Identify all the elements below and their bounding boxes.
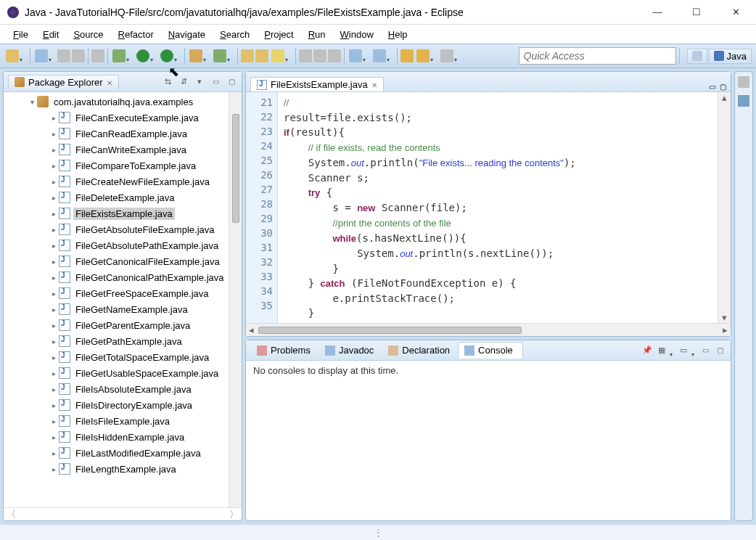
menu-edit[interactable]: Edit: [37, 27, 65, 42]
close-icon[interactable]: [107, 77, 112, 88]
fwd-nav-icon[interactable]: [416, 49, 430, 62]
main-toolbar: Java: [0, 44, 756, 68]
minimize-button[interactable]: ―: [644, 7, 670, 17]
run-icon[interactable]: [136, 49, 149, 62]
perspective-icon: [692, 51, 702, 61]
horizontal-scrollbar[interactable]: 〈〉: [4, 507, 242, 520]
close-icon[interactable]: [371, 79, 377, 90]
tree-file-item[interactable]: ▸FileGetUsableSpaceExample.java: [5, 365, 227, 381]
show-whitespace-icon[interactable]: [328, 49, 341, 62]
tree-file-item[interactable]: ▸FileLengthExample.java: [5, 461, 227, 477]
restore-view-icon[interactable]: [738, 76, 749, 88]
new-package-icon[interactable]: [189, 49, 202, 62]
maximize-bottom-icon[interactable]: [713, 344, 726, 357]
debug-icon[interactable]: [112, 49, 126, 62]
java-perspective-button[interactable]: Java: [709, 49, 752, 64]
tree-file-item[interactable]: ▸FileIsDirectoryExample.java: [5, 397, 227, 413]
menu-source[interactable]: Source: [67, 27, 109, 42]
tree-file-item[interactable]: ▸FileCanExecuteExample.java: [5, 110, 227, 126]
status-bar: ⋮: [0, 524, 756, 540]
package-explorer-view: Package Explorer ⇆ ⇵ ▾ ▾com.javatutorial…: [3, 71, 242, 521]
editor-tab[interactable]: FileExistsExample.java: [250, 77, 384, 91]
tree-file-item[interactable]: ▸FileIsFileExample.java: [5, 413, 227, 429]
vertical-scrollbar[interactable]: [229, 92, 242, 507]
save-all-icon[interactable]: [57, 49, 70, 62]
pin-console-icon[interactable]: 📌: [641, 344, 654, 357]
tab-problems[interactable]: Problems: [250, 342, 317, 359]
tree-file-item[interactable]: ▸FileGetParentExample.java: [5, 317, 227, 333]
tab-javadoc[interactable]: Javadoc: [319, 342, 380, 359]
tree-file-item[interactable]: ▸FileIsHiddenExample.java: [5, 429, 227, 445]
minimize-bottom-icon[interactable]: [699, 344, 712, 357]
outline-view-icon[interactable]: [738, 95, 749, 107]
package-explorer-title: Package Explorer: [28, 77, 103, 88]
maximize-editor-icon[interactable]: [720, 81, 726, 91]
search-icon[interactable]: [271, 49, 284, 62]
menu-file[interactable]: File: [7, 27, 34, 42]
code-editor[interactable]: // result=file.exists(); if(result){ // …: [278, 92, 718, 323]
tree-file-item[interactable]: ▸FileCanWriteExample.java: [5, 142, 227, 158]
tree-file-item[interactable]: ▸FileCreateNewFileExample.java: [5, 173, 227, 189]
package-explorer-tab[interactable]: Package Explorer: [8, 75, 119, 89]
tree-file-item[interactable]: ▸FileGetPathExample.java: [5, 333, 227, 349]
toggle-block-icon[interactable]: [313, 49, 326, 62]
tree-file-item[interactable]: ▸FileDeleteExample.java: [5, 189, 227, 205]
tree-file-item[interactable]: ▸FileGetAbsoluteFileExample.java: [5, 221, 227, 237]
tab-console[interactable]: Console: [458, 342, 523, 359]
new-class-icon[interactable]: [213, 49, 226, 62]
annotation-prev-icon[interactable]: [349, 49, 362, 62]
back-nav-icon[interactable]: [400, 49, 414, 62]
package-tree[interactable]: ▾com.javatutorialhq.java.examples▸FileCa…: [4, 92, 229, 507]
menu-refactor[interactable]: Refactor: [112, 27, 160, 42]
tree-file-item[interactable]: ▸FileLastModifiedExample.java: [5, 445, 227, 461]
eclipse-icon: [7, 7, 19, 18]
print-icon[interactable]: [72, 49, 85, 62]
menu-search[interactable]: Search: [214, 27, 255, 42]
maximize-button[interactable]: ☐: [683, 7, 710, 17]
tree-file-item[interactable]: ▸FileExistsExample.java: [5, 205, 227, 221]
open-perspective-button[interactable]: [687, 49, 707, 64]
build-icon[interactable]: [91, 49, 104, 62]
menu-help[interactable]: Help: [382, 27, 414, 42]
tree-file-item[interactable]: ▸FileGetCanonicalFileExample.java: [5, 253, 227, 269]
new-icon[interactable]: [6, 49, 19, 62]
menu-project[interactable]: Project: [258, 27, 299, 42]
menu-run[interactable]: Run: [303, 27, 332, 42]
open-type-icon[interactable]: [241, 49, 254, 62]
minimize-view-icon[interactable]: [210, 76, 221, 88]
save-icon[interactable]: [35, 49, 48, 62]
toggle-mark-icon[interactable]: [299, 49, 312, 62]
run-ext-icon[interactable]: [160, 49, 173, 62]
tree-file-item[interactable]: ▸FileGetAbsolutePathExample.java: [5, 237, 227, 253]
tree-file-item[interactable]: ▸FileGetFreeSpaceExample.java: [5, 285, 227, 301]
quick-access-input[interactable]: [519, 47, 676, 65]
close-button[interactable]: ✕: [723, 7, 749, 17]
editor-area: FileExistsExample.java 21222324252627282…: [245, 71, 731, 337]
collapse-all-icon[interactable]: ⇆: [162, 76, 173, 88]
tree-file-item[interactable]: ▸FileCanReadExample.java: [5, 126, 227, 142]
tree-package-root[interactable]: ▾com.javatutorialhq.java.examples: [5, 94, 227, 110]
view-menu-icon[interactable]: ▾: [194, 76, 205, 88]
dropdown-icon[interactable]: [20, 53, 25, 59]
menu-bar: FileEditSourceRefactorNavigateSearchProj…: [0, 25, 756, 44]
tree-file-item[interactable]: ▸FileGetTotalSpaceExample.java: [5, 349, 227, 365]
link-editor-icon[interactable]: ⇵: [178, 76, 189, 88]
tree-file-item[interactable]: ▸FileGetNameExample.java: [5, 301, 227, 317]
display-console-icon[interactable]: ▦: [655, 344, 668, 357]
minimized-views-bar: [734, 71, 753, 521]
menu-navigate[interactable]: Navigate: [163, 27, 211, 42]
tree-file-item[interactable]: ▸FileGetCanonicalPathExample.java: [5, 269, 227, 285]
annotation-next-icon[interactable]: [373, 49, 386, 62]
menu-window[interactable]: Window: [334, 27, 379, 42]
tree-file-item[interactable]: ▸FileIsAbsoluteExample.java: [5, 381, 227, 397]
tab-declaration[interactable]: Declaration: [382, 342, 456, 359]
minimize-editor-icon[interactable]: [709, 81, 715, 91]
last-edit-icon[interactable]: [440, 49, 453, 62]
editor-horizontal-scrollbar[interactable]: ◂▸: [246, 323, 731, 336]
tree-file-item[interactable]: ▸FileCompareToExample.java: [5, 158, 227, 173]
editor-vertical-scrollbar[interactable]: ▴▾: [718, 92, 731, 323]
package-explorer-icon: [15, 77, 25, 87]
maximize-view-icon[interactable]: [226, 76, 237, 88]
open-task-icon[interactable]: [255, 49, 268, 62]
open-console-icon[interactable]: ▭: [677, 344, 690, 357]
